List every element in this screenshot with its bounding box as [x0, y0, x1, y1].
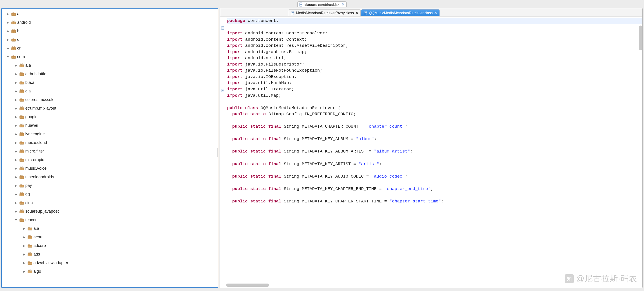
- chevron-right-icon[interactable]: ▶: [14, 107, 18, 110]
- tree-item-coloros-mcssdk[interactable]: ▶coloros.mcssdk: [2, 95, 218, 104]
- chevron-down-icon[interactable]: ▼: [14, 218, 18, 222]
- chevron-right-icon[interactable]: ▶: [14, 167, 18, 170]
- fold-minus-icon[interactable]: −: [221, 89, 224, 92]
- tree-item-b-a-a[interactable]: ▶b.a.a: [2, 78, 218, 87]
- chevron-right-icon[interactable]: ▶: [22, 270, 26, 273]
- chevron-right-icon[interactable]: ▶: [6, 21, 10, 24]
- tree-item-microrapid[interactable]: ▶microrapid: [2, 156, 218, 164]
- chevron-right-icon[interactable]: ▶: [6, 12, 10, 16]
- chevron-right-icon[interactable]: ▶: [6, 29, 10, 33]
- editor-area: − − package com.tencent; import android.…: [220, 16, 642, 288]
- chevron-right-icon[interactable]: ▶: [14, 132, 18, 136]
- chevron-right-icon[interactable]: ▶: [22, 244, 26, 248]
- svg-text:010: 010: [364, 12, 367, 14]
- tree-item-adwebview-adapter[interactable]: ▶adwebview.adapter: [2, 258, 218, 267]
- tree-item-label: cn: [17, 46, 22, 50]
- editor-tab[interactable]: 010QQMusicMediaMetadataRetriever.class✕: [361, 10, 440, 16]
- main-split: ▶a▶android▶b▶c▶cn▼com▶a.a▶airbnb.lottie▶…: [0, 7, 644, 289]
- chevron-right-icon[interactable]: ▶: [14, 192, 18, 196]
- scrollbar-thumb[interactable]: [639, 26, 642, 50]
- chevron-right-icon[interactable]: ▶: [22, 227, 26, 230]
- tree-item-airbnb-lottie[interactable]: ▶airbnb.lottie: [2, 70, 218, 78]
- tree-item-c[interactable]: ▶c: [2, 35, 218, 44]
- package-icon: [20, 89, 24, 93]
- tree-item-cn[interactable]: ▶cn: [2, 44, 218, 52]
- chevron-right-icon[interactable]: ▶: [14, 150, 18, 153]
- chevron-right-icon[interactable]: ▶: [14, 201, 18, 204]
- chevron-right-icon[interactable]: ▶: [14, 175, 18, 179]
- sash-handle[interactable]: [217, 148, 218, 157]
- package-icon: [28, 244, 32, 248]
- chevron-right-icon[interactable]: ▶: [14, 98, 18, 102]
- tree-item-label: b: [17, 29, 20, 34]
- close-icon[interactable]: ✕: [342, 2, 344, 6]
- tree-item-a-a[interactable]: ▶a.a: [2, 224, 218, 233]
- package-tree[interactable]: ▶a▶android▶b▶c▶cn▼com▶a.a▶airbnb.lottie▶…: [2, 10, 218, 276]
- tree-item-squareup-javapoet[interactable]: ▶squareup.javapoet: [2, 207, 218, 216]
- tree-item-adcore[interactable]: ▶adcore: [2, 241, 218, 250]
- close-icon[interactable]: ✕: [434, 11, 437, 15]
- tree-item-a[interactable]: ▶a: [2, 10, 218, 18]
- tree-item-pay[interactable]: ▶pay: [2, 181, 218, 190]
- tree-item-qq[interactable]: ▶qq: [2, 190, 218, 198]
- package-tree-panel[interactable]: ▶a▶android▶b▶c▶cn▼com▶a.a▶airbnb.lottie▶…: [1, 8, 218, 288]
- package-icon: [20, 201, 24, 205]
- chevron-right-icon[interactable]: ▶: [14, 124, 18, 127]
- tree-item-tencent[interactable]: ▼tencent: [2, 216, 218, 224]
- chevron-right-icon[interactable]: ▶: [6, 46, 10, 50]
- svg-text:010: 010: [300, 4, 302, 5]
- jar-tab[interactable]: 010 classes-combined.jar ✕: [297, 1, 347, 7]
- chevron-right-icon[interactable]: ▶: [14, 184, 18, 187]
- tree-item-sina[interactable]: ▶sina: [2, 198, 218, 207]
- tree-item-micro-filter[interactable]: ▶micro.filter: [2, 147, 218, 156]
- tree-item-lyricengine[interactable]: ▶lyricengine: [2, 130, 218, 138]
- tree-item-label: micro.filter: [25, 149, 44, 154]
- chevron-right-icon[interactable]: ▶: [14, 81, 18, 84]
- package-icon: [20, 132, 24, 136]
- chevron-right-icon[interactable]: ▶: [14, 158, 18, 162]
- tree-item-music-voice[interactable]: ▶music.voice: [2, 164, 218, 172]
- chevron-right-icon[interactable]: ▶: [22, 261, 26, 264]
- jar-tab-bar: 010 classes-combined.jar ✕: [0, 0, 644, 7]
- tree-item-a-a[interactable]: ▶a.a: [2, 61, 218, 70]
- tree-item-label: qq: [25, 192, 30, 196]
- chevron-right-icon[interactable]: ▶: [14, 72, 18, 76]
- chevron-right-icon[interactable]: ▶: [14, 90, 18, 93]
- fold-minus-icon[interactable]: −: [221, 26, 224, 30]
- package-icon: [20, 98, 24, 102]
- package-icon: [11, 29, 16, 33]
- tree-item-google[interactable]: ▶google: [2, 112, 218, 121]
- tree-item-label: android: [17, 20, 31, 25]
- chevron-right-icon[interactable]: ▶: [14, 64, 18, 67]
- tree-item-b[interactable]: ▶b: [2, 27, 218, 35]
- vertical-scrollbar[interactable]: [639, 26, 642, 283]
- tree-item-huawei[interactable]: ▶huawei: [2, 121, 218, 130]
- tree-item-label: etrump.mixlayout: [25, 106, 56, 111]
- close-icon[interactable]: ✕: [355, 11, 358, 15]
- scrollbar-thumb[interactable]: [226, 284, 269, 287]
- chevron-right-icon[interactable]: ▶: [14, 210, 18, 213]
- tree-item-algo[interactable]: ▶algo: [2, 267, 218, 276]
- chevron-right-icon[interactable]: ▶: [22, 236, 26, 239]
- chevron-right-icon[interactable]: ▶: [6, 38, 10, 41]
- tree-item-etrump-mixlayout[interactable]: ▶etrump.mixlayout: [2, 104, 218, 112]
- horizontal-scrollbar[interactable]: [226, 284, 638, 287]
- chevron-right-icon[interactable]: ▶: [22, 252, 26, 256]
- tree-item-com[interactable]: ▼com: [2, 52, 218, 61]
- tree-item-acorn[interactable]: ▶acorn: [2, 233, 218, 241]
- editor-tab-label: MediaMetadataRetrieverProxy.class: [296, 11, 354, 15]
- package-icon: [20, 158, 24, 162]
- chevron-right-icon[interactable]: ▶: [14, 141, 18, 144]
- tree-item-nineoldandroids[interactable]: ▶nineoldandroids: [2, 172, 218, 181]
- tree-item-meizu-cloud[interactable]: ▶meizu.cloud: [2, 138, 218, 147]
- editor-tab[interactable]: 010MediaMetadataRetrieverProxy.class✕: [288, 10, 361, 16]
- tree-item-label: acorn: [34, 235, 44, 240]
- tree-item-ads[interactable]: ▶ads: [2, 250, 218, 258]
- chevron-down-icon[interactable]: ▼: [6, 55, 10, 58]
- tree-item-android[interactable]: ▶android: [2, 18, 218, 27]
- tree-item-c-a[interactable]: ▶c.a: [2, 87, 218, 95]
- package-icon: [20, 80, 24, 84]
- chevron-right-icon[interactable]: ▶: [14, 115, 18, 118]
- tree-item-label: music.voice: [25, 166, 46, 171]
- code-editor[interactable]: package com.tencent; import android.cont…: [225, 16, 642, 288]
